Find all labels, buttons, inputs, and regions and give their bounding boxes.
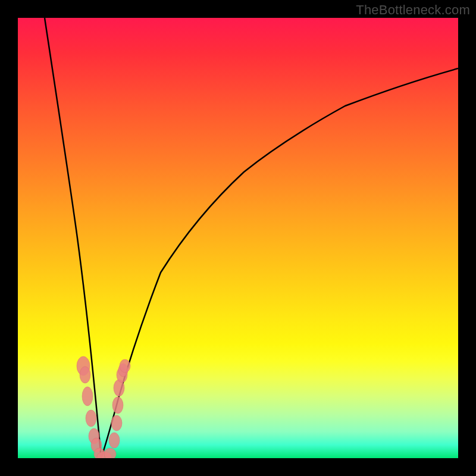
svg-point-15 [120,359,130,372]
curve-left-branch [45,18,101,458]
svg-point-1 [80,367,90,383]
data-markers [77,356,130,458]
svg-point-3 [86,410,96,427]
svg-point-9 [109,433,120,448]
svg-point-8 [104,448,116,458]
svg-point-10 [111,415,122,431]
svg-point-2 [82,387,93,406]
plot-area [18,18,458,458]
watermark-text: TheBottleneck.com [356,2,470,18]
curve-right-branch [101,68,458,458]
chart-frame: TheBottleneck.com [0,0,476,476]
svg-point-11 [112,397,123,414]
bottleneck-curve [18,18,458,458]
